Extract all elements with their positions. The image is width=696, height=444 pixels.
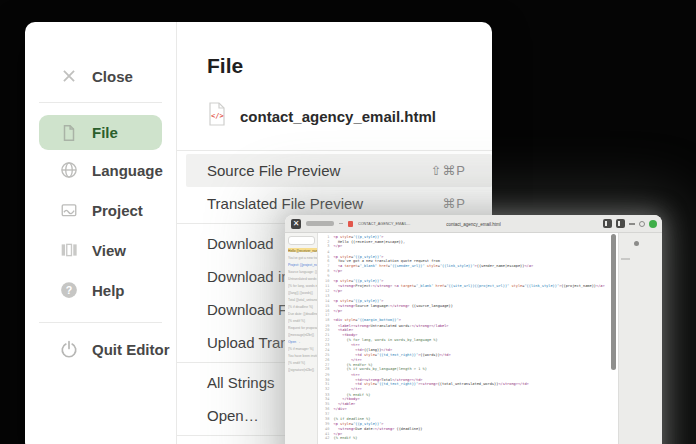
string-list-item[interactable]: {% for lang, words in wor… bbox=[288, 283, 318, 287]
code-line-text: {% endif %} bbox=[334, 392, 371, 396]
layout-toggle-icon[interactable] bbox=[616, 219, 625, 228]
source-preview-window: ✕ CONTACT_AGENCY_EMAIL… contact_agency_e… bbox=[285, 215, 662, 444]
sidebar-item-view[interactable]: View bbox=[25, 230, 176, 270]
sidebar-item-label: Project bbox=[92, 202, 143, 219]
titlebar-buttons bbox=[603, 219, 657, 228]
search-box[interactable] bbox=[288, 236, 315, 245]
search-input[interactable] bbox=[289, 242, 315, 245]
globe-icon bbox=[60, 161, 78, 179]
code-line-text: </div> bbox=[334, 406, 347, 410]
maximize-icon[interactable] bbox=[639, 221, 645, 227]
code-line-text: </p> bbox=[334, 288, 343, 292]
code-editor: 1<p style="{{p_style}}">2 Hello {{receiv… bbox=[318, 233, 609, 444]
shortcut-badge: ⇧⌘P bbox=[430, 163, 466, 178]
code-line-text: {% endif %} bbox=[334, 436, 358, 440]
string-list-item[interactable]: {% if manager %} bbox=[288, 346, 318, 350]
scrollbar bbox=[609, 233, 618, 444]
code-line-text: </p> bbox=[334, 269, 343, 273]
code-file-icon: </> bbox=[207, 102, 227, 130]
string-list-item[interactable]: {% endif %} bbox=[288, 360, 318, 364]
menu-group: Source File Preview⇧⌘PTranslated File Pr… bbox=[177, 151, 492, 224]
code-line-text: <td style="{{td_text_right}}">{{words}}<… bbox=[334, 352, 451, 356]
sidebar-item-label: Language bbox=[92, 162, 163, 179]
shortcut-badge: ⌘P bbox=[442, 196, 466, 211]
file-icon bbox=[60, 124, 78, 142]
string-list-item[interactable]: {% if deadline %} bbox=[288, 304, 318, 308]
string-list-item[interactable]: Due date: {{deadline}} bbox=[288, 311, 318, 315]
x-icon bbox=[60, 67, 78, 85]
svg-text:?: ? bbox=[66, 284, 73, 296]
string-list-item[interactable]: Request for proposal de… bbox=[288, 325, 318, 329]
sidebar-divider-bottom bbox=[39, 322, 162, 323]
power-icon bbox=[60, 340, 78, 358]
string-list-item[interactable]: {{message|nl2br}} bbox=[288, 332, 318, 336]
code-line-text: <td>{{lang}}</td> bbox=[334, 347, 393, 351]
status-dot-icon[interactable] bbox=[649, 220, 657, 228]
window-body: Hello {{receiver_name|esc…You've got a n… bbox=[285, 233, 662, 444]
string-list-item[interactable]: Hello {{receiver_name|esc… bbox=[288, 248, 318, 252]
panel-toggle-icon[interactable] bbox=[603, 219, 612, 228]
menu-item-label: All Strings bbox=[207, 374, 275, 391]
code-line-text: </tr> bbox=[334, 357, 362, 361]
string-list-item[interactable]: {{signature|nl2br}} bbox=[288, 367, 318, 371]
code-line-text: </tbody> bbox=[334, 397, 360, 401]
sidebar-item-file[interactable]: File bbox=[39, 115, 162, 150]
string-list-item[interactable]: Project: {{project_name}} bbox=[288, 262, 318, 266]
right-panel bbox=[618, 233, 662, 444]
sidebar-item-label: File bbox=[92, 124, 118, 141]
code-line-text: {% endfor %} bbox=[334, 362, 373, 366]
code-lines: 1<p style="{{p_style}}">2 Hello {{receiv… bbox=[318, 233, 609, 441]
menu-item-label: Source File Preview bbox=[207, 162, 340, 179]
menu-item-label: Download bbox=[207, 235, 274, 252]
scrollbar-thumb[interactable] bbox=[611, 234, 616, 370]
menu-sidebar: Close FileLanguageProjectView?Help Quit … bbox=[25, 22, 177, 444]
menu-item-label: Open… bbox=[207, 407, 259, 424]
quit-editor-button[interactable]: Quit Editor bbox=[25, 329, 176, 369]
window-close-icon[interactable]: ✕ bbox=[291, 219, 301, 229]
code-line-text: <p style="{{p_style}}"> bbox=[334, 298, 384, 302]
code-line-text: <tr> bbox=[334, 342, 360, 346]
code-line-text: <td><strong>Total</strong></td> bbox=[334, 377, 423, 381]
sidebar-item-label: View bbox=[92, 242, 126, 259]
string-list-item[interactable]: You've got a new translati… bbox=[288, 255, 318, 259]
code-line-text bbox=[334, 313, 336, 317]
code-line-text: <p style="{{p_style}}"> bbox=[334, 234, 384, 238]
sidebar-item-project[interactable]: Project bbox=[25, 190, 176, 230]
project-icon bbox=[60, 201, 78, 219]
code-line-text: </p> bbox=[334, 244, 343, 248]
question-icon: ? bbox=[60, 281, 78, 299]
minimize-icon[interactable] bbox=[629, 223, 635, 225]
code-line-text: <td style="{{td_text_right}}"><strong>{{… bbox=[334, 382, 529, 386]
code-line-text: <table> bbox=[334, 328, 354, 332]
svg-text:</>: </> bbox=[211, 112, 224, 120]
menu-item[interactable]: Source File Preview⇧⌘P bbox=[186, 154, 492, 187]
string-list-item[interactable]: You have been invited… bbox=[288, 353, 318, 357]
string-list-item[interactable]: Source language: {{sou… bbox=[288, 269, 318, 273]
string-list-item[interactable]: Untranslated words: {{w… bbox=[288, 276, 318, 280]
code-line-text: <p style="{{p_style}}"> bbox=[334, 421, 384, 425]
code-line-text: </table> bbox=[334, 402, 356, 406]
current-file-row: </> contact_agency_email.html bbox=[177, 102, 492, 130]
close-button[interactable]: Close bbox=[25, 62, 176, 90]
sidebar-item-label: Help bbox=[92, 282, 125, 299]
panel-gear-icon[interactable] bbox=[634, 241, 639, 246]
code-line-text: <a target="_blank" href="{{sender_url}}"… bbox=[334, 264, 533, 268]
string-list-item[interactable]: {% endif %} bbox=[288, 318, 318, 322]
sidebar-item-help[interactable]: ?Help bbox=[25, 270, 176, 310]
breadcrumb-separator bbox=[339, 223, 343, 224]
code-line-text: <label><strong>Untranslated words:</stro… bbox=[334, 323, 449, 327]
code-line-text bbox=[334, 274, 336, 278]
string-list-item[interactable]: Open → bbox=[288, 339, 318, 343]
code-line-text: <strong>Due date:</strong> {{deadline}} bbox=[334, 426, 423, 430]
code-line-text: {% if deadline %} bbox=[334, 416, 371, 420]
code-line-text: <strong>Source language:</strong> {{sour… bbox=[334, 303, 453, 307]
sidebar-item-language[interactable]: Language bbox=[25, 150, 176, 190]
page-title: File bbox=[177, 54, 492, 78]
code-line-text: </p> bbox=[334, 308, 343, 312]
string-list-item[interactable]: Total {{total_untranslat… bbox=[288, 297, 318, 301]
strings-sidebar: Hello {{receiver_name|esc…You've got a n… bbox=[285, 233, 318, 444]
quit-editor-label: Quit Editor bbox=[92, 341, 170, 358]
string-list-item[interactable]: {{lang}} {{words}} bbox=[288, 290, 318, 294]
code-line: 11 <strong>Project:</strong> <a target="… bbox=[318, 283, 609, 288]
code-line-text: <tbody> bbox=[334, 333, 358, 337]
